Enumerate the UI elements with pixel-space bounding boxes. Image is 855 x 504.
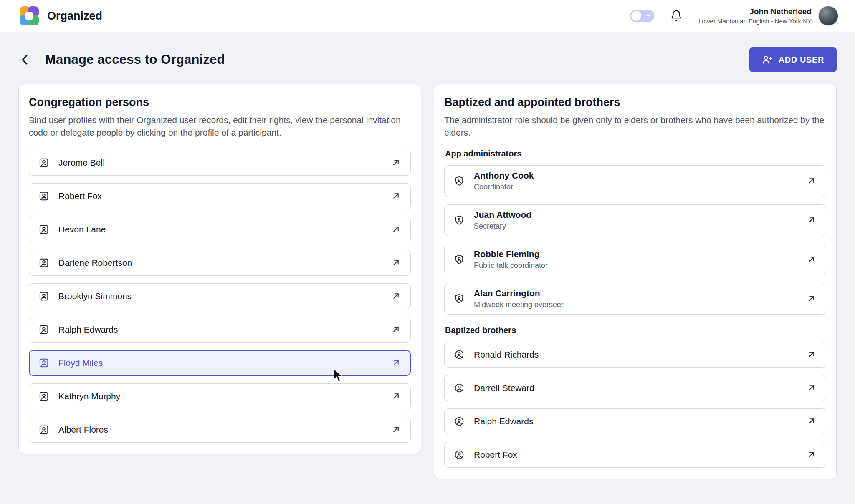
person-row[interactable]: Brooklyn Simmons xyxy=(29,283,411,309)
administrator-text: Anthony Cook Coordinator xyxy=(474,171,534,192)
app-logo xyxy=(20,6,39,25)
baptized-brothers-panel: Baptized and appointed brothers The admi… xyxy=(434,84,837,479)
shield-person-icon xyxy=(454,254,465,265)
open-arrow-icon[interactable] xyxy=(391,324,401,335)
open-arrow-icon[interactable] xyxy=(391,358,401,368)
add-user-button[interactable]: ADD USER xyxy=(749,47,837,72)
administrator-row[interactable]: Alan Carrington Midweek meeting overseer xyxy=(444,283,826,315)
notifications-bell-icon[interactable] xyxy=(670,10,683,22)
shield-person-icon xyxy=(454,293,465,304)
content-panels: Congregation persons Bind user profiles … xyxy=(0,84,855,479)
administrators-list: Anthony Cook Coordinator xyxy=(444,165,826,315)
open-arrow-icon[interactable] xyxy=(806,449,817,460)
administrator-text: Robbie Fleming Public talk coordinator xyxy=(474,249,548,270)
person-row[interactable]: Devon Lane xyxy=(29,217,411,242)
person-row[interactable]: Darlene Robertson xyxy=(29,250,411,276)
back-button[interactable] xyxy=(18,53,33,67)
page-header: Manage access to Organized ADD USER xyxy=(0,32,855,84)
app-administrators-heading: App administrators xyxy=(445,149,825,159)
congregation-persons-title: Congregation persons xyxy=(29,96,411,109)
user-plus-icon xyxy=(762,54,773,65)
brother-name: Darrell Steward xyxy=(474,383,534,393)
person-circle-icon xyxy=(454,349,465,360)
administrator-role: Public talk coordinator xyxy=(474,261,548,270)
open-arrow-icon[interactable] xyxy=(806,383,817,393)
open-arrow-icon[interactable] xyxy=(806,176,817,186)
persons-list: Jerome Bell xyxy=(29,150,411,443)
person-row[interactable]: Kathryn Murphy xyxy=(29,383,411,409)
open-arrow-icon[interactable] xyxy=(391,257,401,268)
id-badge-icon xyxy=(38,324,49,335)
user-menu[interactable]: John Netherleed Lower Manhattan English … xyxy=(698,6,838,26)
person-name: Brooklyn Simmons xyxy=(58,291,132,301)
baptized-brothers-title: Baptized and appointed brothers xyxy=(444,96,826,109)
open-arrow-icon[interactable] xyxy=(391,224,401,234)
open-arrow-icon[interactable] xyxy=(806,416,817,426)
id-badge-icon xyxy=(38,424,49,435)
open-arrow-icon[interactable] xyxy=(806,254,817,265)
administrator-row[interactable]: Robbie Fleming Public talk coordinator xyxy=(444,244,826,275)
brothers-list: Ronald Richards xyxy=(444,342,826,468)
page-title: Manage access to Organized xyxy=(45,52,225,67)
baptized-brothers-description: The administrator role should be given o… xyxy=(444,114,826,139)
person-name: Jerome Bell xyxy=(58,158,105,168)
open-arrow-icon[interactable] xyxy=(806,215,817,225)
top-bar-right: ✦ John Netherleed Lower Manhattan Englis… xyxy=(630,6,838,26)
theme-toggle[interactable]: ✦ xyxy=(630,10,654,22)
user-congregation: Lower Manhattan English - New York NY xyxy=(698,18,812,25)
person-name: Robert Fox xyxy=(58,191,102,201)
open-arrow-icon[interactable] xyxy=(391,391,401,401)
shield-person-icon xyxy=(454,176,465,186)
person-row[interactable]: Ralph Edwards xyxy=(29,317,411,343)
app-name: Organized xyxy=(47,10,102,23)
id-badge-icon xyxy=(38,291,49,302)
add-user-label: ADD USER xyxy=(779,55,824,65)
administrator-name: Robbie Fleming xyxy=(474,249,548,259)
congregation-persons-description: Bind user profiles with their Organized … xyxy=(29,114,411,139)
toggle-knob xyxy=(631,11,641,21)
top-bar: Organized ✦ John Netherleed Lower Manhat… xyxy=(0,0,855,32)
administrator-row[interactable]: Anthony Cook Coordinator xyxy=(444,165,826,197)
person-name: Kathryn Murphy xyxy=(58,391,120,401)
id-badge-icon xyxy=(38,257,49,268)
person-name: Devon Lane xyxy=(58,224,106,234)
id-badge-icon xyxy=(38,224,49,235)
person-name: Darlene Robertson xyxy=(58,258,132,268)
person-row[interactable]: Jerome Bell xyxy=(29,150,411,176)
sparkle-icon: ✦ xyxy=(646,13,650,19)
person-name: Ralph Edwards xyxy=(58,325,118,335)
administrator-role: Midweek meeting overseer xyxy=(474,300,564,309)
administrator-name: Anthony Cook xyxy=(474,171,534,181)
user-name: John Netherleed xyxy=(698,7,812,16)
open-arrow-icon[interactable] xyxy=(806,293,817,304)
open-arrow-icon[interactable] xyxy=(806,349,817,360)
person-circle-icon xyxy=(454,383,465,393)
administrator-role: Coordinator xyxy=(474,183,534,192)
avatar[interactable] xyxy=(818,6,838,26)
brother-row[interactable]: Ronald Richards xyxy=(444,342,826,368)
administrator-row[interactable]: Juan Attwood Secretary xyxy=(444,204,826,236)
id-badge-icon xyxy=(38,358,49,368)
open-arrow-icon[interactable] xyxy=(391,191,401,201)
open-arrow-icon[interactable] xyxy=(391,424,401,435)
brother-row[interactable]: Ralph Edwards xyxy=(444,408,826,434)
id-badge-icon xyxy=(38,157,49,168)
administrator-text: Juan Attwood Secretary xyxy=(474,210,531,231)
administrator-name: Juan Attwood xyxy=(474,210,531,220)
id-badge-icon xyxy=(38,391,49,402)
person-row[interactable]: Albert Flores xyxy=(29,417,411,443)
brother-name: Ralph Edwards xyxy=(474,416,533,426)
open-arrow-icon[interactable] xyxy=(391,157,401,168)
person-circle-icon xyxy=(454,449,465,460)
open-arrow-icon[interactable] xyxy=(391,291,401,301)
user-text: John Netherleed Lower Manhattan English … xyxy=(698,7,812,25)
person-circle-icon xyxy=(454,416,465,427)
person-row[interactable]: Floyd Miles xyxy=(29,350,411,376)
brother-row[interactable]: Robert Fox xyxy=(444,442,826,468)
brother-row[interactable]: Darrell Steward xyxy=(444,375,826,401)
baptized-brothers-heading: Baptized brothers xyxy=(445,325,825,335)
administrator-text: Alan Carrington Midweek meeting overseer xyxy=(474,288,564,309)
brother-name: Ronald Richards xyxy=(474,350,539,360)
shield-person-icon xyxy=(454,215,465,226)
person-row[interactable]: Robert Fox xyxy=(29,183,411,209)
